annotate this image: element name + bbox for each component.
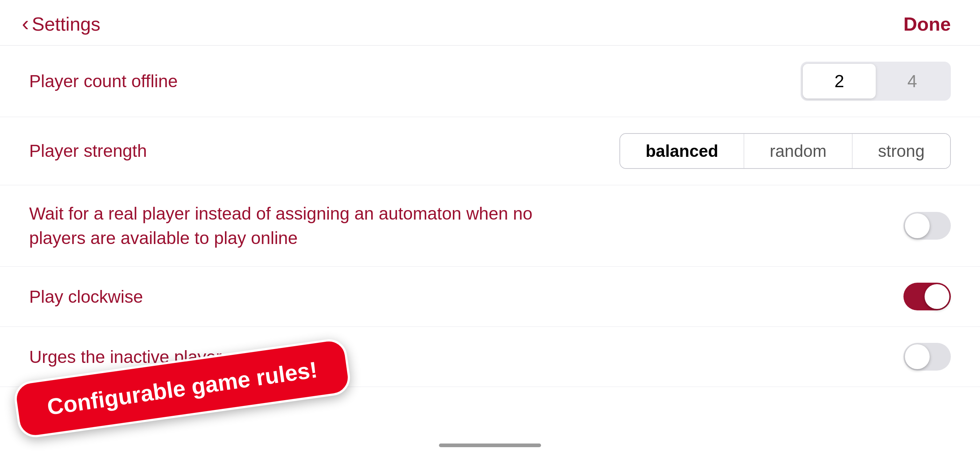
player-strength-label: Player strength [29, 139, 539, 163]
home-indicator [439, 443, 541, 447]
toggle-knob-urges [905, 344, 930, 369]
play-clockwise-label: Play clockwise [29, 284, 539, 309]
segment-4[interactable]: 4 [876, 64, 949, 99]
header: ‹ Settings Done [0, 0, 980, 46]
player-count-label: Player count offline [29, 69, 539, 93]
wait-real-player-row: Wait for a real player instead of assign… [0, 185, 980, 266]
player-strength-row: Player strength balanced random strong [0, 117, 980, 185]
toggle-knob-clockwise [924, 284, 950, 309]
back-chevron-icon: ‹ [22, 13, 29, 34]
back-button[interactable]: ‹ Settings [22, 13, 100, 35]
segment-2[interactable]: 2 [803, 64, 876, 99]
done-button[interactable]: Done [904, 13, 951, 35]
play-clockwise-row: Play clockwise [0, 266, 980, 327]
strength-random[interactable]: random [744, 134, 853, 168]
player-count-control: 2 4 [800, 62, 951, 100]
player-strength-control: balanced random strong [619, 133, 951, 169]
toggle-knob [905, 214, 930, 238]
play-clockwise-toggle[interactable] [904, 283, 951, 310]
player-count-row: Player count offline 2 4 [0, 46, 980, 117]
settings-page: ‹ Settings Done Player count offline 2 4… [0, 0, 980, 453]
wait-real-player-toggle[interactable] [904, 212, 951, 239]
strength-strong[interactable]: strong [853, 134, 950, 168]
back-label: Settings [32, 13, 100, 35]
wait-real-player-label: Wait for a real player instead of assign… [29, 201, 539, 250]
urges-inactive-toggle[interactable] [904, 343, 951, 370]
strength-balanced[interactable]: balanced [620, 134, 744, 168]
